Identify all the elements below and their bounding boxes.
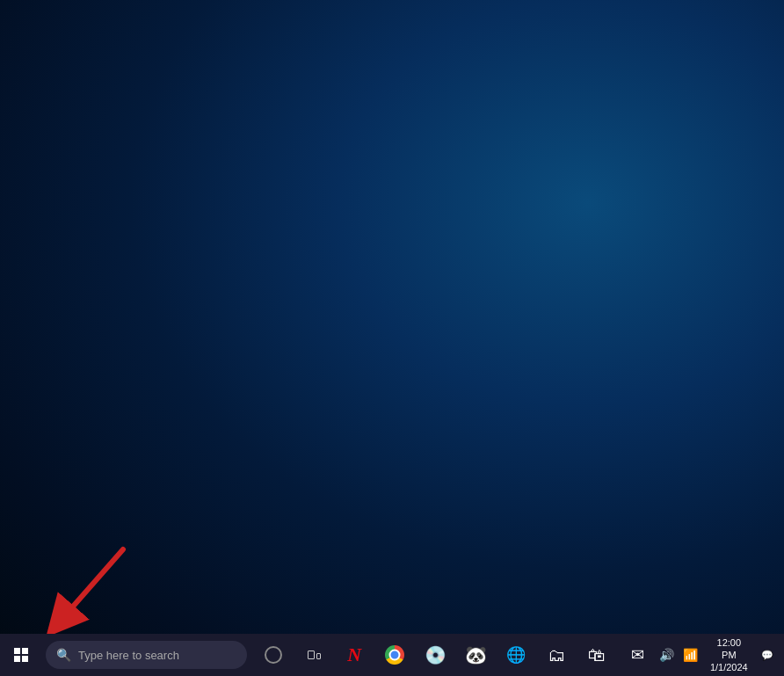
taskbar: 🔍 Type here to search N <box>0 634 784 676</box>
network-tray-icon[interactable]: 🔊 <box>657 648 677 662</box>
start-button[interactable] <box>0 634 42 676</box>
notification-button[interactable]: 💬 <box>757 634 777 676</box>
windows-logo-icon <box>14 648 28 662</box>
desktop: 🔍 Type here to search N <box>0 0 784 676</box>
panda-button[interactable]: 🐼 <box>456 634 495 676</box>
taskview-rect1 <box>308 651 315 659</box>
folder-icon: 🗂 <box>548 645 565 665</box>
chrome-icon <box>385 645 404 665</box>
store-icon: 🛍 <box>588 645 606 665</box>
search-icon: 🔍 <box>56 648 71 662</box>
volume-tray-icon[interactable]: 📶 <box>680 648 701 662</box>
system-tray: 🔊 📶 12:00 PM 1/1/2024 💬 <box>657 634 784 676</box>
search-bar[interactable]: 🔍 Type here to search <box>46 641 247 669</box>
svg-line-1 <box>60 549 123 621</box>
cortana-icon <box>265 646 282 664</box>
netflix-icon-button[interactable]: N <box>335 634 374 676</box>
clock[interactable]: 12:00 PM 1/1/2024 <box>704 636 753 674</box>
chrome-button[interactable] <box>375 634 414 676</box>
taskview-button[interactable] <box>294 634 333 676</box>
explorer-button[interactable]: 🗂 <box>537 634 576 676</box>
clock-time: 12:00 PM <box>709 636 748 662</box>
mail-icon: ✉ <box>631 645 644 665</box>
annotation-arrow <box>35 541 141 637</box>
mail-button[interactable]: ✉ <box>618 634 657 676</box>
netflix-icon: N <box>347 643 361 666</box>
disk-button[interactable]: 💿 <box>416 634 454 676</box>
clock-date: 1/1/2024 <box>709 661 748 673</box>
disk-icon: 💿 <box>425 644 446 665</box>
taskbar-icons: N 💿 🐼 🌐 🗂 🛍 <box>254 634 657 676</box>
store-button[interactable]: 🛍 <box>577 634 616 676</box>
search-placeholder-text: Type here to search <box>78 649 179 662</box>
edge-button[interactable]: 🌐 <box>497 634 535 676</box>
edge-icon: 🌐 <box>506 645 526 665</box>
cortana-button[interactable] <box>254 634 293 676</box>
taskview-icon <box>308 651 321 659</box>
taskview-rect2 <box>316 653 321 659</box>
panda-icon: 🐼 <box>465 644 487 665</box>
